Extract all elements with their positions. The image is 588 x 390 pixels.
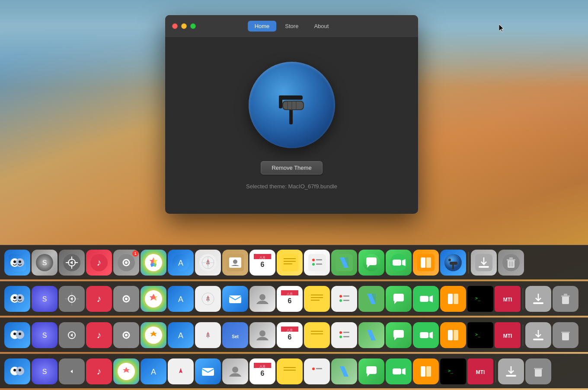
dock-downloads-1[interactable]	[471, 250, 497, 276]
dock-launchpad-2[interactable]	[59, 286, 85, 312]
dock-mti-2[interactable]: MTI	[495, 286, 521, 312]
dock-facetime-4[interactable]	[386, 358, 412, 384]
dock-launchpad-1[interactable]	[59, 250, 85, 276]
dock-messages-4[interactable]	[358, 358, 384, 384]
dock-trash-3[interactable]	[553, 322, 578, 348]
dock-mti-3[interactable]: MTI	[495, 322, 521, 348]
dock-reminders-3[interactable]	[331, 322, 357, 348]
dock-books-4[interactable]	[413, 358, 439, 384]
dock-notes-1[interactable]	[277, 250, 303, 276]
dock-messages-1[interactable]	[358, 250, 384, 276]
dock-photos-2[interactable]	[141, 286, 166, 312]
dock-trash-1[interactable]	[498, 250, 524, 276]
svg-point-119	[19, 333, 21, 335]
dock-downloads-2[interactable]	[525, 286, 551, 312]
dock-messages-3[interactable]	[386, 322, 412, 348]
dock-contacts-2[interactable]	[249, 286, 275, 312]
dock-siri-1[interactable]: S	[32, 250, 58, 276]
dock-finder-4[interactable]	[4, 358, 30, 384]
dock-maps-2[interactable]	[358, 286, 384, 312]
dock-terminal-4[interactable]: >_	[440, 358, 466, 384]
tab-store[interactable]: Store	[278, 21, 305, 32]
svg-text:6: 6	[288, 297, 292, 304]
dock-books-3[interactable]	[440, 322, 466, 348]
svg-text:>_: >_	[475, 296, 481, 301]
maximize-button[interactable]	[190, 23, 196, 29]
dock-finder-1[interactable]	[4, 250, 30, 276]
dock-settings-1[interactable]: 1	[113, 250, 139, 276]
dock-facetime-3[interactable]	[413, 322, 439, 348]
close-button[interactable]	[172, 23, 178, 29]
dock-downloads-3[interactable]	[525, 322, 551, 348]
dock-appstore-2[interactable]: A	[168, 286, 194, 312]
dock-mail-2[interactable]	[222, 286, 248, 312]
svg-text:A: A	[151, 368, 156, 376]
dock-maps-4[interactable]	[331, 358, 357, 384]
dock-launchpad-3[interactable]	[59, 322, 85, 348]
svg-point-12	[13, 260, 16, 263]
dock-finder-3[interactable]	[4, 322, 30, 348]
dock-appstore-4[interactable]: A	[141, 358, 166, 384]
dock-calendar-4[interactable]: 6八月	[249, 358, 275, 384]
dock-safari-4[interactable]	[168, 358, 194, 384]
dock-notes-4[interactable]	[277, 358, 303, 384]
dock-row-4: S ♪ A 6八月	[0, 354, 588, 388]
dock-facetime-2[interactable]	[413, 286, 439, 312]
dock-safari-3[interactable]	[195, 322, 221, 348]
minimize-button[interactable]	[181, 23, 187, 29]
dock-maps-1[interactable]	[331, 250, 357, 276]
dock-contacts-4[interactable]	[222, 358, 248, 384]
dock-music-3[interactable]: ♪	[86, 322, 112, 348]
dock-calendar-3[interactable]: 6八月	[277, 322, 303, 348]
dock-music-2[interactable]: ♪	[86, 286, 112, 312]
dock-terminal-3[interactable]: >_	[467, 322, 493, 348]
dock-safari-1[interactable]	[195, 250, 221, 276]
dock-messages-2[interactable]	[386, 286, 412, 312]
dock-music-4[interactable]: ♪	[86, 358, 112, 384]
dock-settings-2[interactable]	[113, 286, 139, 312]
dock-reminders-4[interactable]	[304, 358, 330, 384]
dock-photos-1[interactable]	[141, 250, 166, 276]
dock-downloads-4[interactable]	[498, 358, 524, 384]
dock-calendar-2[interactable]: 6八月	[277, 286, 303, 312]
dock-finder-2[interactable]	[4, 286, 30, 312]
dock-addressbook-1[interactable]	[222, 250, 248, 276]
dock-mti-4[interactable]: MTI	[467, 358, 493, 384]
dock-divider-1	[468, 252, 469, 273]
dock-launchpad-4[interactable]	[59, 358, 85, 384]
svg-point-130	[259, 330, 265, 336]
dock-notes-2[interactable]	[304, 286, 330, 312]
tab-about[interactable]: About	[307, 21, 336, 32]
tab-home[interactable]: Home	[248, 21, 277, 32]
svg-rect-150	[561, 332, 570, 333]
dock-siri-2[interactable]: S	[32, 286, 58, 312]
dock-contacts-3[interactable]	[249, 322, 275, 348]
dock-terminal-2[interactable]: >_	[467, 286, 493, 312]
dock-music-1[interactable]: ♪	[86, 250, 112, 276]
dock-trash-4[interactable]	[525, 358, 551, 384]
dock-safari-2[interactable]	[195, 286, 221, 312]
dock-themer-1[interactable]	[440, 250, 466, 276]
svg-point-137	[339, 331, 342, 334]
svg-point-161	[232, 367, 238, 373]
dock-settings-3[interactable]	[113, 322, 139, 348]
dock-siri-3[interactable]: S	[32, 322, 58, 348]
dock-siri-4[interactable]: S	[32, 358, 58, 384]
dock-reminders-2[interactable]	[331, 286, 357, 312]
dock-photos-4[interactable]	[113, 358, 139, 384]
dock-facetime-1[interactable]	[386, 250, 412, 276]
dock-appstore-3[interactable]: A	[168, 322, 194, 348]
dock-setapp-3[interactable]: Set	[222, 322, 248, 348]
dock-photos-3[interactable]	[141, 322, 166, 348]
remove-theme-button[interactable]: Remove Theme	[261, 161, 322, 174]
dock-mail-4[interactable]	[195, 358, 221, 384]
dock-trash-2[interactable]	[553, 286, 578, 312]
dock-calendar-1[interactable]: 6八月	[249, 250, 275, 276]
dock-maps-3[interactable]	[358, 322, 384, 348]
dock-books-1[interactable]	[413, 250, 439, 276]
dock-reminders-1[interactable]	[304, 250, 330, 276]
svg-text:Set: Set	[232, 334, 239, 339]
dock-books-2[interactable]	[440, 286, 466, 312]
dock-appstore-1[interactable]: A	[168, 250, 194, 276]
dock-notes-3[interactable]	[304, 322, 330, 348]
